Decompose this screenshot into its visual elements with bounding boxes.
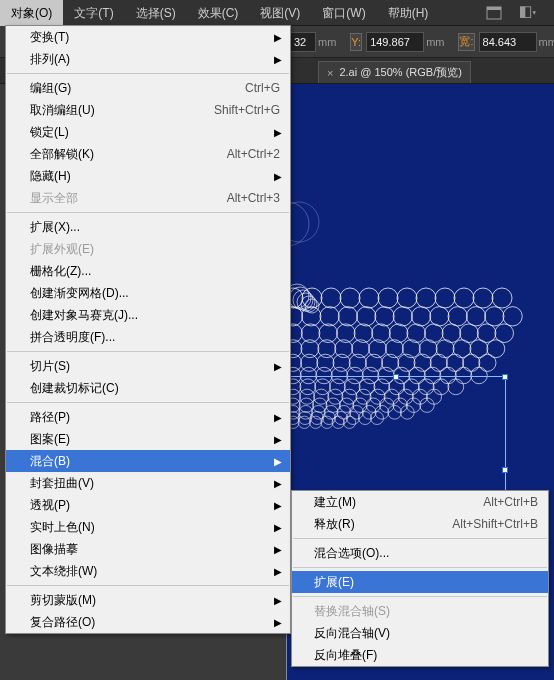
handle-e[interactable] <box>502 467 508 473</box>
object-menu-item[interactable]: 透视(P)▶ <box>6 494 290 516</box>
menubar-item-select[interactable]: 选择(S) <box>125 0 187 26</box>
svg-rect-3 <box>520 6 525 17</box>
menu-item-label: 栅格化(Z)... <box>30 263 280 280</box>
object-menu-item[interactable]: 路径(P)▶ <box>6 406 290 428</box>
menu-separator <box>293 596 547 597</box>
object-menu-item[interactable]: 复合路径(O)▶ <box>6 611 290 633</box>
object-menu-item[interactable]: 锁定(L)▶ <box>6 121 290 143</box>
y-input[interactable] <box>366 32 424 52</box>
submenu-arrow-icon: ▶ <box>274 127 282 138</box>
object-menu-item[interactable]: 栅格化(Z)... <box>6 260 290 282</box>
blend-menu-item[interactable]: 释放(R)Alt+Shift+Ctrl+B <box>292 513 548 535</box>
submenu-arrow-icon: ▶ <box>274 456 282 467</box>
object-menu-item[interactable]: 创建对象马赛克(J)... <box>6 304 290 326</box>
menubar-item-type[interactable]: 文字(T) <box>63 0 124 26</box>
object-menu-item[interactable]: 全部解锁(K)Alt+Ctrl+2 <box>6 143 290 165</box>
menu-item-label: 透视(P) <box>30 497 280 514</box>
menu-item-shortcut: Alt+Ctrl+3 <box>227 191 280 205</box>
object-menu-item[interactable]: 图案(E)▶ <box>6 428 290 450</box>
menu-item-label: 拼合透明度(F)... <box>30 329 280 346</box>
svg-point-30 <box>375 307 394 326</box>
menu-item-shortcut: Ctrl+G <box>245 81 280 95</box>
menu-separator <box>293 538 547 539</box>
menu-item-label: 显示全部 <box>30 190 227 207</box>
submenu-arrow-icon: ▶ <box>274 478 282 489</box>
menu-item-label: 释放(R) <box>314 516 452 533</box>
object-menu-item[interactable]: 切片(S)▶ <box>6 355 290 377</box>
svg-point-17 <box>359 288 379 308</box>
svg-point-76 <box>479 354 496 371</box>
blend-menu-item[interactable]: 混合选项(O)... <box>292 542 548 564</box>
svg-point-22 <box>454 288 474 308</box>
menu-item-label: 扩展外观(E) <box>30 241 280 258</box>
svg-point-37 <box>503 307 522 326</box>
svg-point-19 <box>397 288 417 308</box>
blend-menu-item[interactable]: 建立(M)Alt+Ctrl+B <box>292 491 548 513</box>
blend-menu-item[interactable]: 反向堆叠(F) <box>292 644 548 666</box>
object-menu-item[interactable]: 排列(A)▶ <box>6 48 290 70</box>
svg-point-67 <box>333 354 350 371</box>
object-menu-item[interactable]: 创建裁切标记(C) <box>6 377 290 399</box>
object-menu-item[interactable]: 取消编组(U)Shift+Ctrl+G <box>6 99 290 121</box>
tab-document[interactable]: × 2.ai @ 150% (RGB/预览) <box>318 61 471 83</box>
menu-item-label: 剪切蒙版(M) <box>30 592 280 609</box>
object-menu-item[interactable]: 扩展(X)... <box>6 216 290 238</box>
y-unit: mm <box>426 36 444 48</box>
menu-item-label: 路径(P) <box>30 409 280 426</box>
handle-ne[interactable] <box>502 374 508 380</box>
menu-item-label: 混合选项(O)... <box>314 545 538 562</box>
menubar-item-help[interactable]: 帮助(H) <box>377 0 440 26</box>
bridge-icon[interactable] <box>486 5 502 21</box>
menu-separator <box>7 212 289 213</box>
object-menu-item[interactable]: 编组(G)Ctrl+G <box>6 77 290 99</box>
menubar-item-effect[interactable]: 效果(C) <box>187 0 250 26</box>
menu-item-label: 封套扭曲(V) <box>30 475 280 492</box>
svg-rect-1 <box>487 7 501 10</box>
menu-item-label: 反向堆叠(F) <box>314 647 538 664</box>
menu-separator <box>7 73 289 74</box>
svg-point-74 <box>446 354 463 371</box>
menu-item-shortcut: Alt+Ctrl+B <box>483 495 538 509</box>
svg-point-6 <box>287 202 319 242</box>
submenu-arrow-icon: ▶ <box>274 617 282 628</box>
object-menu-item[interactable]: 创建渐变网格(D)... <box>6 282 290 304</box>
object-menu-item[interactable]: 混合(B)▶ <box>6 450 290 472</box>
menubar-item-object[interactable]: 对象(O) <box>0 0 63 26</box>
svg-marker-4 <box>532 11 536 15</box>
menubar-item-view[interactable]: 视图(V) <box>249 0 311 26</box>
svg-point-20 <box>416 288 436 308</box>
menu-item-label: 创建渐变网格(D)... <box>30 285 280 302</box>
object-menu-item[interactable]: 拼合透明度(F)... <box>6 326 290 348</box>
menu-item-label: 变换(T) <box>30 29 280 46</box>
svg-point-24 <box>492 288 512 308</box>
svg-point-31 <box>393 307 412 326</box>
menu-item-label: 隐藏(H) <box>30 168 280 185</box>
menubar-icons <box>486 5 554 21</box>
svg-point-58 <box>402 340 420 358</box>
handle-n[interactable] <box>393 374 399 380</box>
svg-point-21 <box>435 288 455 308</box>
w-input[interactable] <box>479 32 537 52</box>
svg-point-34 <box>448 307 467 326</box>
submenu-arrow-icon: ▶ <box>274 566 282 577</box>
blend-menu-item[interactable]: 扩展(E) <box>292 571 548 593</box>
object-menu-item[interactable]: 剪切蒙版(M)▶ <box>6 589 290 611</box>
menu-item-label: 图案(E) <box>30 431 280 448</box>
blend-menu-item[interactable]: 反向混合轴(V) <box>292 622 548 644</box>
menu-item-label: 实时上色(N) <box>30 519 280 536</box>
object-menu-item[interactable]: 隐藏(H)▶ <box>6 165 290 187</box>
menu-item-label: 创建裁切标记(C) <box>30 380 280 397</box>
svg-point-75 <box>463 354 480 371</box>
object-menu-item[interactable]: 封套扭曲(V)▶ <box>6 472 290 494</box>
object-menu-item[interactable]: 实时上色(N)▶ <box>6 516 290 538</box>
menu-separator <box>7 351 289 352</box>
object-menu-item[interactable]: 变换(T)▶ <box>6 26 290 48</box>
object-menu-item[interactable]: 图像描摹▶ <box>6 538 290 560</box>
close-icon[interactable]: × <box>327 67 333 79</box>
tab-label: 2.ai @ 150% (RGB/预览) <box>339 65 461 80</box>
submenu-arrow-icon: ▶ <box>274 544 282 555</box>
x-input[interactable] <box>290 32 316 52</box>
menubar-item-window[interactable]: 窗口(W) <box>311 0 376 26</box>
object-menu-item[interactable]: 文本绕排(W)▶ <box>6 560 290 582</box>
arrange-icon[interactable] <box>520 5 536 21</box>
